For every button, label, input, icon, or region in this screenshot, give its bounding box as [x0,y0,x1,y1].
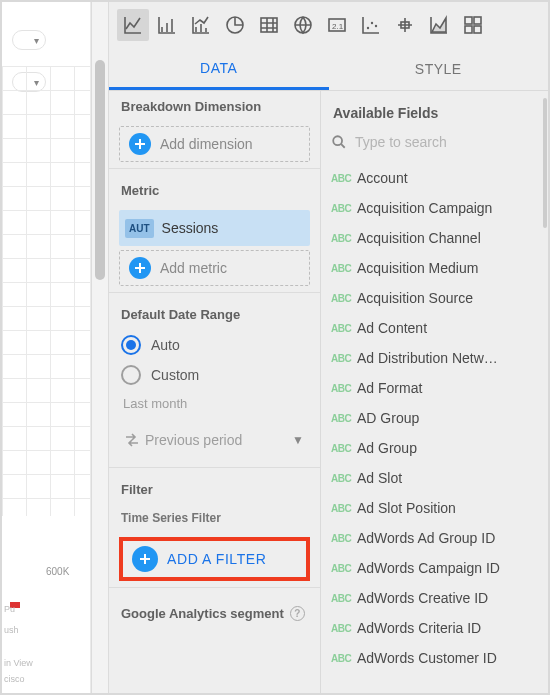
field-item[interactable]: ABCAdWords Creative ID [321,583,548,613]
field-type-abc-icon: ABC [331,473,357,484]
field-type-abc-icon: ABC [331,503,357,514]
svg-rect-10 [474,17,481,24]
field-item[interactable]: ABCAdWords Criteria ID [321,613,548,643]
svg-text:2.1: 2.1 [332,22,344,31]
chart-type-bullet-icon[interactable] [389,9,421,41]
date-range-summary: Last month [109,390,320,417]
report-canvas-peek: ▾ ▾ 600K Pu ush in View cisco [2,2,90,693]
data-config-column: Breakdown Dimension Add dimension Metric… [109,90,321,693]
radio-icon [121,365,141,385]
field-type-abc-icon: ABC [331,323,357,334]
svg-point-5 [367,27,369,29]
field-item[interactable]: ABCAcquisition Campaign [321,193,548,223]
field-type-abc-icon: ABC [331,233,357,244]
chart-type-scatter-icon[interactable] [355,9,387,41]
field-item[interactable]: ABCAd Content [321,313,548,343]
field-name-label: AD Group [357,410,538,426]
field-type-abc-icon: ABC [331,383,357,394]
field-item[interactable]: ABCAdWords Campaign ID [321,553,548,583]
metric-value-label: Sessions [162,220,219,236]
field-list: ABCAccountABCAcquisition CampaignABCAcqu… [321,161,548,675]
chart-type-table-icon[interactable] [253,9,285,41]
date-range-custom-label: Custom [151,367,199,383]
tab-data[interactable]: DATA [109,48,329,90]
field-name-label: Ad Format [357,380,538,396]
field-item[interactable]: ABCAcquisition Source [321,283,548,313]
canvas-fragment: in View [4,658,33,668]
field-search-input[interactable] [321,131,548,161]
field-type-abc-icon: ABC [331,653,357,664]
field-item[interactable]: ABCAd Distribution Netw… [321,343,548,373]
field-name-label: Acquisition Source [357,290,538,306]
canvas-fragment: ush [4,625,19,635]
field-name-label: AdWords Creative ID [357,590,538,606]
chart-type-pivot-icon[interactable] [457,9,489,41]
field-search-text[interactable] [355,134,538,150]
comparison-period-label: Previous period [145,432,242,448]
scrollbar-thumb[interactable] [95,60,105,280]
chart-type-combo-icon[interactable] [185,9,217,41]
date-range-auto-radio[interactable]: Auto [109,330,320,360]
vertical-scrollbar[interactable] [91,2,109,693]
field-item[interactable]: ABCAcquisition Channel [321,223,548,253]
available-fields-column: Available Fields ABCAccountABCAcquisitio… [321,90,548,693]
field-name-label: AdWords Criteria ID [357,620,538,636]
field-name-label: Acquisition Medium [357,260,538,276]
filter-subtitle: Time Series Filter [109,505,320,531]
chart-type-timeseries-icon[interactable] [117,9,149,41]
field-item[interactable]: ABCAccount [321,163,548,193]
field-type-abc-icon: ABC [331,593,357,604]
chart-type-pie-icon[interactable] [219,9,251,41]
plus-icon [132,546,158,572]
field-name-label: Ad Group [357,440,538,456]
plus-icon [129,133,151,155]
svg-point-13 [333,136,342,145]
chart-type-scorecard-icon[interactable]: 2.1 [321,9,353,41]
field-item[interactable]: ABCAcquisition Medium [321,253,548,283]
chart-type-geo-icon[interactable] [287,9,319,41]
field-item[interactable]: ABCAdWords Customer ID [321,643,548,673]
field-type-abc-icon: ABC [331,353,357,364]
field-name-label: Acquisition Campaign [357,200,538,216]
field-item[interactable]: ABCAd Slot [321,463,548,493]
svg-rect-1 [261,18,277,32]
date-range-custom-radio[interactable]: Custom [109,360,320,390]
field-name-label: Ad Distribution Netw… [357,350,538,366]
metric-aggregation-badge: AUT [125,219,154,238]
field-name-label: Acquisition Channel [357,230,538,246]
chart-type-area-icon[interactable] [423,9,455,41]
field-name-label: Account [357,170,538,186]
field-list-scrollbar[interactable] [542,90,548,689]
tab-style[interactable]: STYLE [329,48,549,90]
field-name-label: Ad Slot [357,470,538,486]
field-item[interactable]: ABCAd Format [321,373,548,403]
ga-segment-title: Google Analytics segment ? [109,594,320,621]
field-name-label: AdWords Campaign ID [357,560,538,576]
axis-tick-label: 600K [46,566,69,577]
metric-sessions-chip[interactable]: AUT Sessions [119,210,310,246]
add-filter-label: ADD A FILTER [167,551,267,567]
canvas-grid [2,66,90,516]
field-type-abc-icon: ABC [331,203,357,214]
field-item[interactable]: ABCAD Group [321,403,548,433]
field-type-abc-icon: ABC [331,623,357,634]
add-dimension-button[interactable]: Add dimension [119,126,310,162]
help-icon[interactable]: ? [290,606,305,621]
field-item[interactable]: ABCAd Slot Position [321,493,548,523]
svg-point-7 [375,25,377,27]
comparison-period-dropdown[interactable]: Previous period ▼ [119,423,310,457]
breakdown-dimension-title: Breakdown Dimension [109,91,320,122]
field-item[interactable]: ABCAd Group [321,433,548,463]
add-filter-button[interactable]: ADD A FILTER [119,537,310,581]
canvas-mini-dropdown[interactable]: ▾ [12,30,46,50]
add-metric-button[interactable]: Add metric [119,250,310,286]
scrollbar-thumb[interactable] [543,98,547,228]
field-name-label: Ad Slot Position [357,500,538,516]
chart-type-bar-icon[interactable] [151,9,183,41]
filter-title: Filter [109,474,320,505]
field-item[interactable]: ABCAdWords Ad Group ID [321,523,548,553]
panel-tabs: DATA STYLE [109,48,548,90]
field-name-label: AdWords Ad Group ID [357,530,538,546]
canvas-fragment: Pu [4,604,15,614]
metric-title: Metric [109,175,320,206]
